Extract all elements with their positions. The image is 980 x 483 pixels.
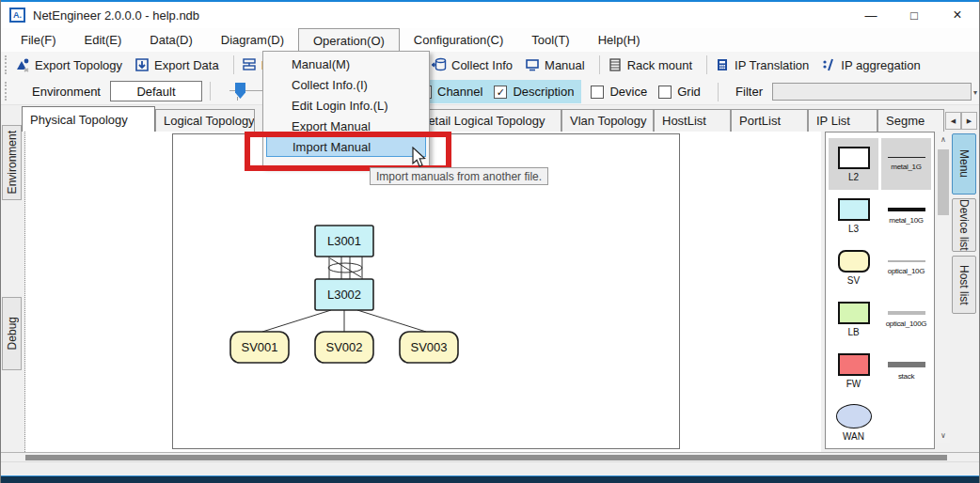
panel-tab-device-list[interactable]: Device list	[952, 198, 976, 252]
topology-node-label-L3002: L3002	[327, 288, 361, 302]
export-topology-label: Export Topology	[35, 58, 122, 72]
device-checkbox-box[interactable]	[591, 86, 604, 99]
menu-operation[interactable]: Operation(O)	[298, 28, 400, 52]
collect-info-button[interactable]: Collect Info	[432, 57, 513, 72]
tab-hostlist[interactable]: HostList	[654, 109, 731, 132]
optical-10g-label: optical_10G	[888, 267, 925, 275]
maximize-button[interactable]: □	[893, 2, 936, 28]
panel-tab-menu[interactable]: Menu	[952, 133, 976, 195]
tab-ip-list[interactable]: IP List	[808, 109, 877, 132]
manual-label: Manual	[545, 58, 585, 72]
export-topology-button[interactable]: Export Topology	[15, 57, 122, 72]
ip-translation-button[interactable]: IP Translation	[715, 57, 809, 72]
palette-item-sv[interactable]: SV	[829, 242, 878, 293]
tab-scroll-right-button[interactable]: ▶	[961, 112, 977, 130]
topology-link[interactable]	[330, 258, 361, 277]
menu-help[interactable]: Help(H)	[584, 28, 655, 52]
sidebar-tab-debug[interactable]: Debug	[2, 297, 22, 370]
topology-link[interactable]	[357, 310, 426, 332]
metal-10g-label: metal_10G	[889, 216, 923, 225]
device-checkbox[interactable]: Device	[591, 85, 647, 99]
wan-label: WAN	[843, 431, 864, 442]
description-checkbox[interactable]: ✓ Description	[494, 85, 574, 99]
topology-node-label-SV002: SV002	[325, 340, 362, 354]
sidebar-tab-environment-label: Environment	[6, 131, 19, 194]
tab-segment[interactable]: Segme	[877, 109, 944, 132]
menu-item-edit-login-info[interactable]: Edit Login Info.(L)	[263, 95, 429, 116]
panel-tab-device-list-label: Device list	[957, 199, 971, 251]
app-window: A. NetEngineer 2.0.0.0 - help.ndb — □ × …	[0, 0, 980, 483]
scrollbar-thumb[interactable]	[938, 149, 949, 215]
metal-1g-line	[888, 157, 925, 158]
stack-line	[888, 362, 925, 367]
sidebar-tab-environment[interactable]: Environment	[2, 125, 22, 200]
menu-configuration[interactable]: Configuration(C)	[400, 28, 517, 52]
topology-link[interactable]	[262, 310, 331, 332]
horizontal-scrollbar[interactable]	[1, 452, 979, 461]
toolbar-environment: Environment Default ✓ Channel ✓ Descript…	[1, 78, 979, 105]
palette-item-metal-10g[interactable]: metal_10G	[881, 190, 931, 242]
manual-button[interactable]: Manual	[525, 57, 585, 72]
optical-100g-label: optical_100G	[886, 319, 927, 328]
palette-item-l3[interactable]: L3	[829, 190, 878, 242]
ip-aggregation-icon	[821, 57, 836, 72]
tab-physical-topology[interactable]: Physical Topology	[22, 106, 155, 132]
filter-input[interactable]	[772, 83, 972, 101]
ip-aggregation-button[interactable]: IP aggregation	[821, 57, 920, 72]
toolbar-overflow-button[interactable]: ▾	[973, 89, 977, 96]
panel-tab-host-list-label: Host list	[957, 265, 971, 305]
mouse-cursor	[409, 147, 428, 169]
grid-checkbox-box[interactable]	[658, 86, 672, 99]
export-data-icon	[134, 57, 150, 72]
menu-file[interactable]: File(F)	[7, 28, 71, 52]
optical-10g-line	[888, 260, 925, 262]
rack-mount-button[interactable]: Rack mount	[608, 57, 692, 72]
toolbar-separator	[599, 55, 600, 74]
toolbar-main: Export Topology Export Data Device Colle…	[1, 52, 979, 78]
toolbar-separator	[210, 82, 211, 101]
panel-tab-host-list[interactable]: Host list	[952, 256, 976, 314]
palette-item-metal-1g[interactable]: metal_1G	[881, 138, 931, 190]
palette-item-wan[interactable]: WAN	[829, 397, 878, 448]
export-data-button[interactable]: Export Data	[134, 57, 219, 72]
palette-scrollbar[interactable]: ∧ ∨	[937, 132, 950, 443]
scroll-down-arrow[interactable]: ∨	[937, 428, 950, 443]
toolbar-grip[interactable]	[5, 82, 9, 101]
export-data-label: Export Data	[154, 58, 219, 72]
l3-label: L3	[848, 224, 859, 234]
close-button[interactable]: ×	[936, 2, 979, 28]
l2-shape	[838, 147, 870, 169]
menu-tool[interactable]: Tool(T)	[517, 28, 583, 52]
device-icon	[242, 57, 257, 72]
tab-vlan-topology[interactable]: Vlan Topology	[561, 109, 654, 132]
description-checkbox-label: Description	[513, 85, 574, 99]
environment-selector[interactable]: Default	[110, 81, 202, 101]
environment-label: Environment	[32, 85, 101, 99]
metal-1g-label: metal_1G	[891, 163, 921, 171]
tab-logical-topology[interactable]: Logical Topology	[155, 109, 255, 132]
horizontal-scrollbar-thumb[interactable]	[25, 455, 947, 460]
tab-detail-logical-topology[interactable]: Detail Logical Topology	[411, 109, 561, 132]
description-checkbox-box[interactable]: ✓	[494, 86, 507, 99]
rack-mount-label: Rack mount	[627, 58, 692, 72]
scroll-up-arrow[interactable]: ∧	[937, 132, 950, 147]
palette-item-l2[interactable]: L2	[829, 138, 878, 190]
sidebar-splitter[interactable]	[24, 132, 25, 452]
sv-label: SV	[847, 275, 860, 286]
menu-edit[interactable]: Edit(E)	[71, 28, 136, 52]
palette-item-optical-10g[interactable]: optical_10G	[881, 242, 931, 293]
palette-item-lb[interactable]: LB	[829, 293, 878, 345]
menu-item-manual[interactable]: Manual(M)	[263, 54, 429, 74]
palette-item-stack[interactable]: stack	[881, 345, 931, 397]
tab-scroll-left-button[interactable]: ◀	[945, 112, 961, 130]
tab-portlist[interactable]: PortList	[731, 109, 808, 132]
palette-item-optical-100g[interactable]: optical_100G	[881, 293, 931, 345]
minimize-button[interactable]: —	[849, 2, 893, 28]
menu-diagram[interactable]: Diagram(D)	[207, 28, 298, 52]
toolbar-grip[interactable]	[5, 55, 9, 74]
menu-item-collect-info[interactable]: Collect Info.(I)	[263, 74, 429, 95]
taskbar-edge	[1, 475, 979, 483]
menu-data[interactable]: Data(D)	[135, 28, 207, 52]
grid-checkbox[interactable]: Grid	[658, 85, 701, 99]
palette-item-fw[interactable]: FW	[829, 345, 878, 397]
